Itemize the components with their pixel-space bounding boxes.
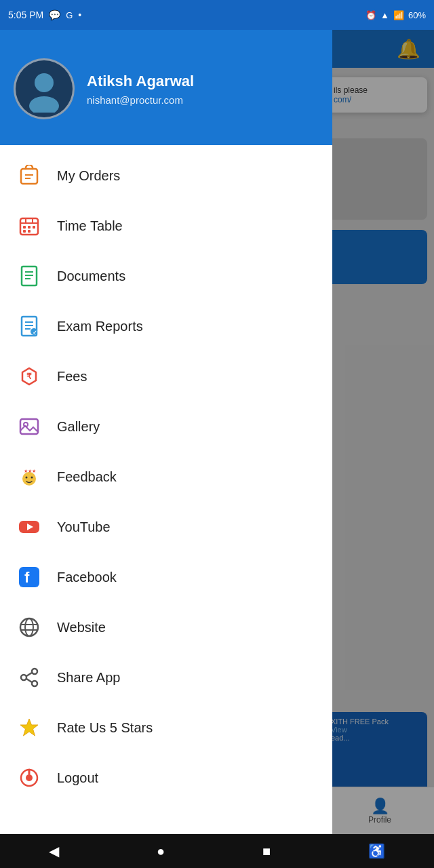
svg-point-28 <box>26 477 28 479</box>
svg-text:★★★: ★★★ <box>24 469 36 473</box>
menu-item-website[interactable]: Website <box>0 602 332 652</box>
website-icon <box>16 614 42 640</box>
menu-item-my-orders[interactable]: My Orders <box>0 151 332 201</box>
youtube-label: YouTube <box>57 519 111 535</box>
signal-icon: 📶 <box>393 10 404 20</box>
logout-label: Logout <box>57 770 98 786</box>
fees-icon: ₹ <box>16 363 42 389</box>
youtube-icon <box>16 514 42 540</box>
avatar <box>14 58 75 119</box>
svg-rect-13 <box>28 230 31 233</box>
svg-point-40 <box>21 675 26 680</box>
navigation-drawer: Atiksh Agarwal nishant@proctur.com My Or… <box>0 30 332 834</box>
svg-point-27 <box>22 472 36 486</box>
menu-item-gallery[interactable]: Gallery <box>0 401 332 452</box>
logout-icon <box>16 765 42 791</box>
svg-rect-10 <box>28 226 31 229</box>
back-button[interactable]: ◀ <box>35 837 73 865</box>
svg-rect-2 <box>21 169 37 184</box>
time-table-icon <box>16 213 42 239</box>
facebook-label: Facebook <box>57 570 117 585</box>
android-nav-bar: ◀ ● ■ ♿ <box>0 834 434 868</box>
documents-icon <box>16 263 42 289</box>
status-left: 5:05 PM 💬 G • <box>8 9 81 20</box>
gallery-icon <box>16 414 42 439</box>
menu-item-feedback[interactable]: ★★★ Feedback <box>0 452 332 502</box>
menu-item-exam-reports[interactable]: ✓ Exam Reports <box>0 301 332 351</box>
battery: 60% <box>408 10 426 20</box>
svg-rect-12 <box>23 230 26 233</box>
my-orders-icon <box>16 163 42 189</box>
svg-point-41 <box>32 681 37 686</box>
documents-label: Documents <box>57 269 125 284</box>
svg-line-42 <box>26 673 32 676</box>
status-bar: 5:05 PM 💬 G • ⏰ ▲ 📶 60% <box>0 0 434 30</box>
wifi-icon: ▲ <box>380 10 389 20</box>
alarm-icon: ⏰ <box>366 10 376 20</box>
svg-marker-44 <box>20 719 38 736</box>
status-right: ⏰ ▲ 📶 60% <box>366 10 426 20</box>
svg-text:₹: ₹ <box>26 372 32 381</box>
menu-item-facebook[interactable]: f Facebook <box>0 552 332 602</box>
user-name: Atiksh Agarwal <box>87 73 194 90</box>
svg-point-46 <box>26 774 33 781</box>
svg-point-39 <box>32 669 37 674</box>
exam-reports-label: Exam Reports <box>57 319 143 334</box>
menu-item-logout[interactable]: Logout <box>0 753 332 803</box>
user-email: nishant@proctur.com <box>87 94 194 106</box>
svg-line-43 <box>26 679 32 682</box>
feedback-label: Feedback <box>57 469 117 485</box>
avatar-silhouette-icon <box>20 65 68 113</box>
facebook-icon: f <box>16 564 42 590</box>
fees-label: Fees <box>57 369 87 384</box>
whatsapp-icon: 💬 <box>49 9 60 20</box>
svg-point-35 <box>20 618 38 636</box>
svg-rect-9 <box>23 226 26 229</box>
home-button[interactable]: ● <box>143 838 178 865</box>
accessibility-button[interactable]: ♿ <box>355 837 399 865</box>
menu-item-documents[interactable]: Documents <box>0 251 332 301</box>
share-app-label: Share App <box>57 670 120 686</box>
time-table-label: Time Table <box>57 218 123 234</box>
recent-button[interactable]: ■ <box>249 838 284 865</box>
menu-item-youtube[interactable]: YouTube <box>0 502 332 552</box>
svg-point-29 <box>31 477 33 479</box>
menu-item-share-app[interactable]: Share App <box>0 652 332 703</box>
svg-point-0 <box>35 73 54 92</box>
dot-icon: • <box>78 9 81 20</box>
svg-text:f: f <box>24 569 30 586</box>
drawer-header: Atiksh Agarwal nishant@proctur.com <box>0 30 332 145</box>
menu-item-fees[interactable]: ₹ Fees <box>0 351 332 401</box>
overlay-dim[interactable] <box>332 30 434 834</box>
g-icon: G <box>66 10 73 20</box>
svg-point-1 <box>29 96 59 113</box>
menu-item-time-table[interactable]: Time Table <box>0 201 332 251</box>
gallery-label: Gallery <box>57 419 100 435</box>
svg-point-36 <box>25 618 33 636</box>
time: 5:05 PM <box>8 9 43 20</box>
share-app-icon <box>16 665 42 690</box>
rate-us-icon <box>16 715 42 741</box>
svg-rect-11 <box>33 226 35 229</box>
website-label: Website <box>57 620 106 635</box>
exam-reports-icon: ✓ <box>16 313 42 339</box>
svg-text:✓: ✓ <box>33 330 37 336</box>
user-info: Atiksh Agarwal nishant@proctur.com <box>87 73 194 106</box>
menu-item-rate-us[interactable]: Rate Us 5 Stars <box>0 703 332 753</box>
svg-rect-25 <box>20 419 38 434</box>
my-orders-label: My Orders <box>57 168 120 184</box>
feedback-icon: ★★★ <box>16 464 42 490</box>
rate-us-label: Rate Us 5 Stars <box>57 720 153 736</box>
menu-list: My Orders Time Table Documents ✓ Exam Re… <box>0 145 332 834</box>
